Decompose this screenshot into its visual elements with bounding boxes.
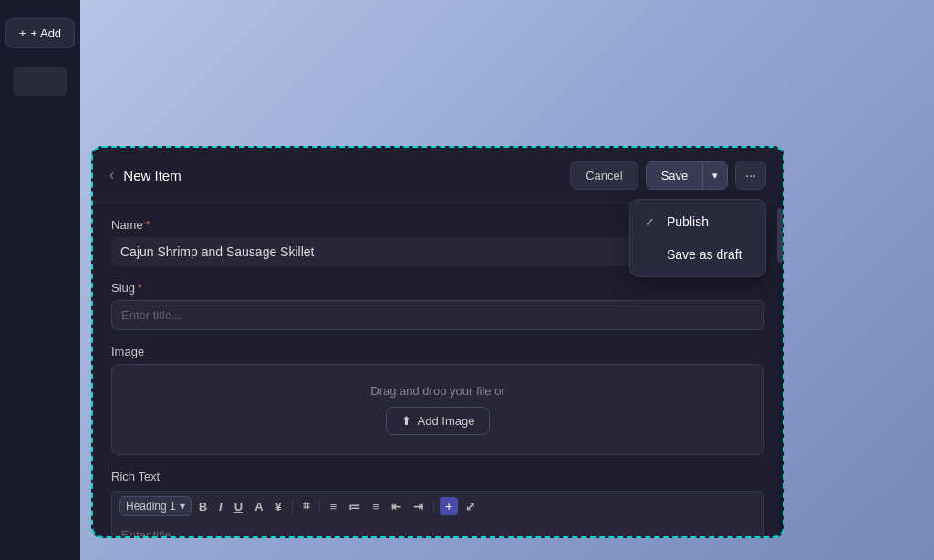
toolbar-divider-2 — [319, 499, 320, 513]
italic-button[interactable]: I — [214, 497, 227, 516]
heading-select-label: Heading 1 — [126, 500, 176, 513]
expand-button[interactable]: ⤢ — [461, 497, 480, 516]
indent-right-icon: ⇥ — [413, 500, 423, 513]
cancel-button[interactable]: Cancel — [570, 161, 638, 190]
publish-label: Publish — [667, 214, 709, 229]
name-required-star: * — [146, 219, 150, 232]
panel-title: New Item — [123, 168, 181, 183]
save-button-group: Save ▾ — [646, 161, 729, 190]
underline-button[interactable]: U — [230, 497, 247, 516]
panel-header: ‹ New Item Cancel Save ▾ ··· ✓ Publish — [93, 148, 783, 203]
add-block-button[interactable]: + — [440, 497, 458, 515]
publish-option[interactable]: ✓ Publish — [630, 205, 765, 238]
special-char-icon: ¥ — [275, 500, 282, 513]
sidebar-item — [13, 67, 67, 96]
bullet-list-button[interactable]: ≔ — [344, 497, 365, 516]
ordered-list-icon: ≡ — [372, 500, 379, 513]
more-icon: ··· — [745, 168, 756, 182]
add-image-button[interactable]: ⬆ Add Image — [386, 407, 491, 435]
toolbar-divider-1 — [292, 499, 293, 513]
save-draft-label: Save as draft — [667, 247, 742, 262]
special-char-button[interactable]: ¥ — [271, 497, 286, 516]
underline-icon: U — [234, 500, 243, 513]
image-label: Image — [111, 345, 764, 358]
scroll-thumb[interactable] — [777, 208, 783, 263]
heading-chevron-icon: ▾ — [180, 500, 185, 513]
header-actions: Cancel Save ▾ ··· ✓ Publish Save as draf… — [570, 161, 766, 190]
back-button[interactable]: ‹ — [109, 167, 114, 183]
more-options-button[interactable]: ··· — [735, 161, 766, 190]
rich-text-field-group: Rich Text Heading 1 ▾ B I U A — [111, 470, 764, 538]
italic-icon: I — [219, 500, 223, 513]
chevron-down-icon: ▾ — [712, 170, 718, 181]
align-left-icon: ≡ — [330, 500, 337, 513]
heading-select[interactable]: Heading 1 ▾ — [119, 496, 192, 516]
rich-text-toolbar: Heading 1 ▾ B I U A ¥ — [111, 491, 764, 521]
indent-left-icon: ⇤ — [391, 500, 401, 513]
image-dropzone[interactable]: Drag and drop your file or ⬆ Add Image — [111, 364, 764, 455]
add-button[interactable]: + + Add — [5, 18, 75, 48]
link-button[interactable]: ⌗ — [298, 496, 314, 516]
bold-button[interactable]: B — [194, 497, 212, 516]
upload-icon: ⬆ — [401, 414, 411, 428]
bullet-list-icon: ≔ — [348, 500, 360, 513]
indent-left-button[interactable]: ⇤ — [387, 497, 406, 516]
slug-label: Slug * — [111, 281, 764, 295]
slug-field-group: Slug * — [111, 281, 764, 330]
check-icon: ✓ — [645, 215, 659, 229]
save-dropdown-button[interactable]: ▾ — [702, 161, 728, 190]
rich-text-placeholder: Enter title... — [121, 528, 182, 538]
text-color-button[interactable]: A — [250, 497, 267, 516]
save-button[interactable]: Save — [646, 161, 703, 190]
link-icon: ⌗ — [303, 499, 309, 513]
dropzone-text: Drag and drop your file or — [370, 384, 504, 398]
text-color-icon: A — [254, 500, 263, 513]
scrollbar[interactable] — [777, 199, 783, 536]
save-draft-option[interactable]: Save as draft — [630, 238, 765, 271]
indent-right-button[interactable]: ⇥ — [409, 497, 428, 516]
save-dropdown-menu: ✓ Publish Save as draft — [629, 199, 766, 277]
bold-icon: B — [199, 500, 207, 513]
header-left: ‹ New Item — [109, 167, 182, 183]
slug-required-star: * — [138, 282, 142, 295]
add-button-label: + Add — [30, 26, 61, 40]
slug-input[interactable] — [111, 300, 764, 330]
rich-text-label: Rich Text — [111, 470, 764, 483]
toolbar-divider-3 — [433, 499, 434, 513]
main-panel: ‹ New Item Cancel Save ▾ ··· ✓ Publish — [91, 146, 784, 538]
expand-icon: ⤢ — [465, 500, 475, 513]
rich-text-content[interactable]: Enter title... — [111, 521, 764, 538]
plus-icon: + — [19, 26, 26, 40]
image-field-group: Image Drag and drop your file or ⬆ Add I… — [111, 345, 764, 455]
ordered-list-button[interactable]: ≡ — [368, 497, 384, 516]
plus-block-icon: + — [445, 499, 452, 513]
align-left-button[interactable]: ≡ — [326, 497, 342, 516]
sidebar: + + Add — [0, 0, 80, 560]
